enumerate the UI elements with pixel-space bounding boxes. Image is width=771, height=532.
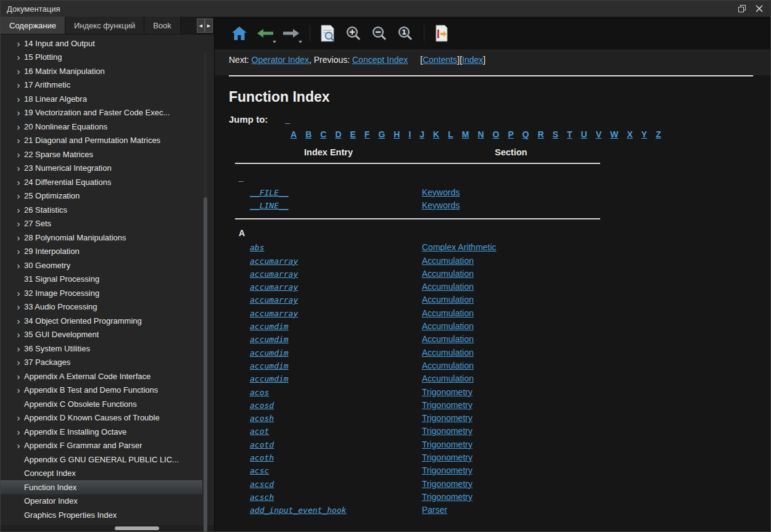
jump-letter-B[interactable]: B (305, 129, 311, 139)
jump-letter-Y[interactable]: Y (641, 129, 647, 139)
zoom-original-button[interactable]: 1 (394, 22, 416, 45)
chevron-right-icon[interactable]: › (13, 427, 24, 436)
function-link[interactable]: acosd (250, 401, 274, 410)
section-link[interactable]: Trigonometry (422, 492, 472, 502)
chevron-right-icon[interactable]: › (13, 94, 24, 104)
tree-item[interactable]: Appendix C Obsolete Functions (1, 397, 202, 411)
jump-letter-S[interactable]: S (553, 129, 558, 139)
tree-item[interactable]: ›21 Diagonal and Permutation Matrices (1, 134, 202, 148)
back-history-caret-icon[interactable] (273, 41, 276, 43)
tree-item[interactable]: Concept Index (1, 467, 202, 481)
export-button[interactable] (431, 22, 453, 45)
section-link[interactable]: Accumulation (422, 282, 474, 292)
section-link[interactable]: Parser (422, 505, 447, 515)
function-link[interactable]: add_input_event_hook (250, 505, 347, 515)
function-link[interactable]: acosh (250, 414, 274, 423)
function-link[interactable]: accumarray (250, 256, 298, 266)
jump-letter-A[interactable]: A (291, 129, 297, 139)
chevron-right-icon[interactable]: › (13, 344, 24, 353)
chevron-right-icon[interactable]: › (13, 413, 24, 422)
chevron-right-icon[interactable]: › (13, 150, 24, 159)
section-link[interactable]: Accumulation (422, 334, 474, 344)
function-link[interactable]: accumarray (250, 309, 298, 318)
chevron-right-icon[interactable]: › (13, 219, 24, 228)
section-link[interactable]: Accumulation (422, 321, 474, 331)
tree-item[interactable]: Function Index (1, 480, 202, 494)
vertical-scrollbar-thumb[interactable] (204, 197, 207, 532)
jump-letter-N[interactable]: N (477, 129, 484, 139)
section-link[interactable]: Trigonometry (422, 440, 472, 449)
chevron-right-icon[interactable]: › (13, 316, 24, 325)
tree-item[interactable]: ›30 Geometry (1, 258, 202, 272)
nav-previous-link[interactable]: Concept Index (352, 55, 408, 65)
section-link[interactable]: Trigonometry (422, 387, 472, 397)
chevron-right-icon[interactable]: › (13, 191, 24, 200)
function-link[interactable]: acsc (250, 466, 269, 475)
sidebar-horizontal-scrollbar[interactable] (1, 525, 214, 531)
chevron-right-icon[interactable]: › (13, 372, 24, 381)
section-link[interactable]: Trigonometry (422, 452, 472, 462)
chevron-right-icon[interactable]: › (13, 247, 24, 256)
sidebar-vertical-scrollbar[interactable] (204, 52, 207, 523)
tab-scroll-right-button[interactable]: ▶ (205, 18, 213, 33)
section-link[interactable]: Trigonometry (422, 479, 472, 489)
jump-letter-Q[interactable]: Q (522, 129, 529, 139)
jump-letter-F[interactable]: F (365, 129, 370, 139)
back-button[interactable] (254, 22, 276, 45)
function-link[interactable]: acscd (250, 480, 274, 489)
tree-item[interactable]: ›Appendix A External Code Interface (1, 369, 202, 383)
jump-letter-C[interactable]: C (320, 129, 326, 139)
tree-item[interactable]: 31 Signal Processing (1, 272, 202, 287)
section-link[interactable]: Trigonometry (422, 465, 472, 475)
jump-letter-I[interactable]: I (408, 129, 411, 139)
chevron-right-icon[interactable]: › (13, 39, 24, 48)
zoom-in-button[interactable] (342, 22, 365, 45)
tree-item[interactable]: ›22 Sparse Matrices (1, 147, 202, 162)
jump-letter-H[interactable]: H (394, 129, 400, 139)
chevron-right-icon[interactable]: › (13, 80, 24, 89)
jump-letter-O[interactable]: O (493, 129, 500, 139)
tree-item[interactable]: ›27 Sets (1, 217, 202, 231)
restore-window-button[interactable] (733, 2, 751, 15)
nav-contents-link[interactable]: Contents (423, 55, 457, 65)
tree-item[interactable]: Operator Index (1, 494, 202, 509)
tree-item[interactable]: ›Appendix F Grammar and Parser (1, 439, 202, 453)
jump-letter-R[interactable]: R (538, 129, 544, 139)
jump-letter-W[interactable]: W (610, 129, 618, 139)
tab-2[interactable]: Индекс функций (65, 17, 144, 34)
function-link[interactable]: abs (250, 243, 264, 252)
tree-item[interactable]: ›34 Object Oriented Programming (1, 314, 202, 328)
chevron-right-icon[interactable]: › (13, 302, 24, 311)
tree-item[interactable]: ›20 Nonlinear Equations (1, 120, 202, 134)
section-link[interactable]: Accumulation (422, 348, 474, 358)
section-link[interactable]: Keywords (422, 187, 460, 197)
function-link[interactable]: accumdim (250, 361, 289, 370)
section-link[interactable]: Trigonometry (422, 400, 472, 410)
jump-letter-Z[interactable]: Z (656, 129, 661, 139)
zoom-out-button[interactable] (368, 22, 390, 45)
tree-item[interactable]: ›16 Matrix Manipulation (1, 64, 202, 78)
tree-item[interactable]: ›Appendix D Known Causes of Trouble (1, 411, 202, 425)
tree-item[interactable]: Graphics Properties Index (1, 508, 202, 522)
tree-item[interactable]: ›26 Statistics (1, 203, 202, 217)
horizontal-scrollbar-thumb[interactable] (115, 526, 159, 530)
chevron-right-icon[interactable]: › (13, 358, 24, 367)
section-link[interactable]: Accumulation (422, 361, 474, 370)
jump-letter-D[interactable]: D (335, 129, 341, 139)
forward-history-caret-icon[interactable] (299, 41, 302, 43)
function-link[interactable]: accumdim (250, 335, 289, 344)
function-link[interactable]: accumdim (250, 348, 289, 358)
jump-letter-G[interactable]: G (378, 129, 385, 139)
function-link[interactable]: acot (250, 427, 269, 436)
tree-item[interactable]: ›Appendix B Test and Demo Functions (1, 383, 202, 398)
function-link[interactable]: accumdim (250, 374, 289, 383)
section-link[interactable]: Trigonometry (422, 413, 472, 423)
function-link[interactable]: __FILE__ (250, 188, 289, 197)
tree-item[interactable]: ›18 Linear Algebra (1, 92, 202, 106)
chevron-right-icon[interactable]: › (13, 261, 24, 270)
section-link[interactable]: Complex Arithmetic (422, 242, 497, 252)
section-link[interactable]: Keywords (422, 200, 460, 210)
chevron-right-icon[interactable]: › (13, 330, 24, 339)
tree-item[interactable]: ›36 System Utilities (1, 342, 202, 356)
chevron-right-icon[interactable]: › (13, 52, 24, 62)
